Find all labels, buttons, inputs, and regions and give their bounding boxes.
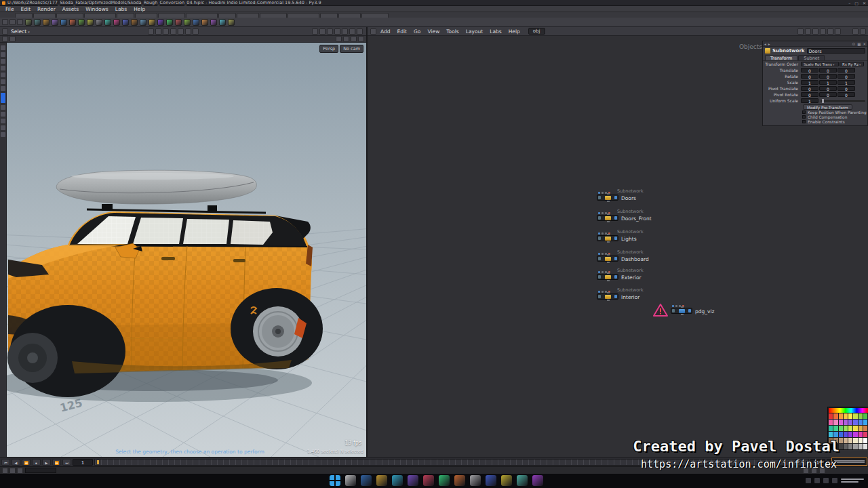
camera-menu-button[interactable]: No cam [340, 45, 363, 53]
toolbar-icon[interactable] [163, 28, 169, 35]
color-swatch[interactable] [853, 432, 857, 437]
net-menu-labs[interactable]: Labs [487, 28, 504, 35]
battery-icon[interactable] [832, 478, 837, 483]
toolbar-icon[interactable] [185, 28, 191, 35]
color-swatch[interactable] [829, 413, 833, 419]
transform-order-select[interactable]: Scale Rot Trans [801, 62, 839, 66]
toolbar-icon[interactable] [17, 19, 23, 25]
node-body[interactable] [597, 215, 618, 221]
toolbar-icon[interactable] [178, 28, 184, 35]
color-swatch[interactable] [844, 444, 848, 449]
minimize-button[interactable]: – [848, 1, 850, 5]
shelf-tab[interactable] [117, 13, 134, 18]
close-button[interactable]: ✕ [863, 1, 866, 5]
taskbar-app-icon[interactable] [345, 475, 356, 486]
taskbar-app-icon[interactable] [532, 475, 543, 486]
shelf-tab[interactable] [361, 13, 389, 18]
color-swatch[interactable] [833, 413, 837, 419]
color-swatch[interactable] [863, 413, 867, 419]
node-body[interactable] [597, 293, 618, 300]
translate-y-field[interactable]: 0 [819, 68, 837, 73]
taskbar-app-icon[interactable] [470, 475, 481, 486]
back-arrow-icon[interactable]: ◂ [764, 42, 766, 46]
color-swatch[interactable] [848, 438, 852, 443]
pivot-translate-z-field[interactable]: 0 [837, 86, 855, 91]
shelf-tool-icon[interactable] [60, 19, 67, 26]
color-swatch[interactable] [853, 413, 857, 419]
close-pane-icon[interactable]: ✕ [863, 42, 866, 46]
shelf-tool-icon[interactable] [113, 19, 120, 26]
shelf-tool-icon[interactable] [184, 19, 191, 26]
menu-labs[interactable]: Labs [112, 6, 130, 12]
net-menu-tools[interactable]: Tools [443, 28, 461, 35]
color-swatch[interactable] [848, 413, 852, 419]
forward-arrow-icon[interactable]: ▸ [768, 42, 770, 46]
toolbar-icon[interactable] [358, 36, 364, 42]
translate-x-field[interactable]: 0 [801, 68, 818, 73]
color-swatch[interactable] [848, 420, 852, 425]
taskbar-app-icon[interactable] [423, 475, 434, 486]
shelf-tab[interactable] [320, 13, 338, 18]
color-swatch[interactable] [863, 426, 867, 431]
handles-tool-icon[interactable] [1, 86, 5, 91]
network-icon[interactable] [814, 478, 820, 483]
shelf-tab[interactable] [56, 13, 83, 18]
toolbar-icon[interactable] [2, 468, 8, 474]
menu-render[interactable]: Render [34, 6, 59, 12]
color-swatch[interactable] [829, 426, 833, 431]
rotate-order-select[interactable]: Rx Ry Rz [840, 62, 864, 66]
scale-x-field[interactable]: 1 [801, 80, 818, 85]
color-swatch[interactable] [863, 432, 867, 437]
color-swatch[interactable] [848, 444, 852, 449]
play-button[interactable]: ▶ [42, 459, 51, 466]
shelf-tab[interactable] [338, 13, 361, 18]
node-body[interactable] [597, 256, 618, 262]
uniform-scale-slider[interactable] [821, 100, 865, 102]
param-node-name-field[interactable]: Doors [807, 48, 866, 54]
node-doors[interactable]: Subnetwork Doors [597, 188, 686, 205]
scale-z-field[interactable]: 1 [837, 80, 855, 85]
net-menu-layout[interactable]: Layout [463, 28, 486, 35]
taskbar-app-icon[interactable] [392, 475, 403, 486]
tab-subnet[interactable]: Subnet [798, 55, 825, 60]
toolbar-icon[interactable] [155, 28, 161, 35]
shelf-tool-icon[interactable] [149, 19, 155, 26]
view-tool-icon[interactable] [1, 45, 5, 50]
net-menu-add[interactable]: Add [378, 28, 393, 35]
translate-tool-icon[interactable] [1, 59, 5, 64]
toolbar-icon[interactable] [827, 28, 833, 35]
color-swatch[interactable] [839, 413, 843, 419]
playhead[interactable] [97, 460, 99, 464]
toolbar-icon[interactable] [148, 28, 154, 35]
color-swatch[interactable] [848, 432, 852, 437]
color-swatch[interactable] [844, 432, 848, 437]
uniform-scale-field[interactable]: 1 [801, 98, 818, 103]
child-compensation-checkbox[interactable] [802, 115, 806, 119]
menu-help[interactable]: Help [130, 6, 149, 12]
color-swatch[interactable] [863, 420, 867, 425]
camera-tool-icon[interactable] [1, 132, 5, 137]
toolbar-icon[interactable] [327, 28, 333, 35]
shelf-tool-icon[interactable] [78, 19, 85, 26]
shelf-tab[interactable] [260, 13, 287, 18]
node-lights[interactable]: Subnetwork Lights [597, 229, 686, 245]
shelf-tool-icon[interactable] [87, 19, 94, 26]
volume-icon[interactable] [823, 478, 829, 483]
shelf-tool-icon[interactable] [122, 19, 129, 26]
node-dashboard[interactable]: Subnetwork Dashboard [597, 249, 686, 266]
maximize-button[interactable]: ▢ [854, 1, 859, 5]
pivot-rotate-y-field[interactable]: 0 [819, 92, 837, 97]
key-tool-icon[interactable] [1, 105, 5, 110]
status-input-field[interactable] [25, 468, 56, 473]
translate-z-field[interactable]: 0 [837, 68, 855, 73]
taskbar-app-icon[interactable] [486, 475, 496, 486]
play-reverse-button[interactable]: ⏪ [22, 459, 31, 466]
shelf-tab[interactable] [288, 13, 319, 18]
toolbar-icon[interactable] [334, 28, 340, 35]
color-swatch[interactable] [833, 420, 837, 425]
toolbar-icon[interactable] [9, 468, 16, 474]
start-button[interactable] [330, 475, 340, 486]
shelf-tab[interactable] [33, 13, 56, 18]
node-body[interactable] [597, 274, 618, 280]
toolbar-icon[interactable] [2, 36, 8, 42]
